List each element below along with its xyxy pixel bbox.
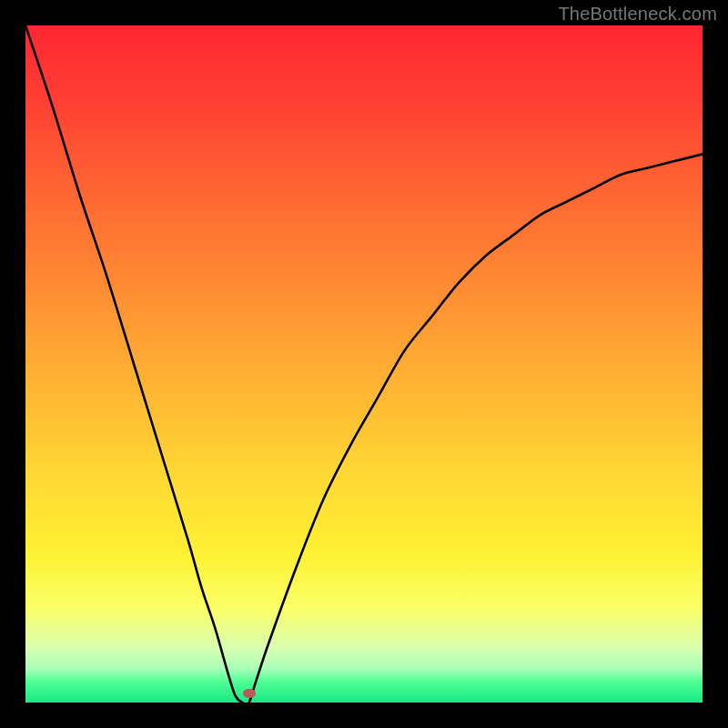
minimum-marker xyxy=(243,689,256,698)
bottleneck-curve xyxy=(25,25,703,703)
watermark-text: TheBottleneck.com xyxy=(558,4,717,25)
plot-area xyxy=(25,25,703,703)
chart-stage: TheBottleneck.com xyxy=(0,0,728,728)
curve-layer xyxy=(25,25,703,703)
